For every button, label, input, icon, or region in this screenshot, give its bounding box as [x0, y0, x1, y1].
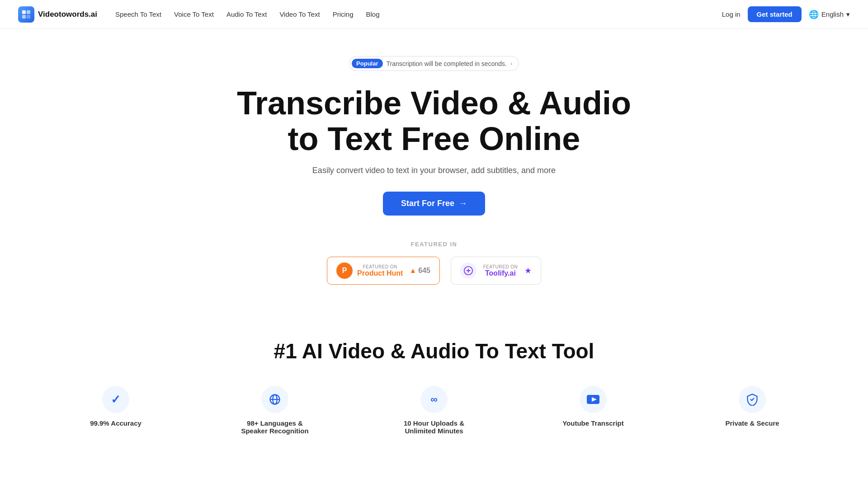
toolify-badge[interactable]: FEATURED ON Toolify.ai ★: [451, 257, 541, 285]
feature-youtube: Youtube Transcript: [514, 386, 673, 427]
popular-badge[interactable]: Popular Transcription will be completed …: [349, 56, 519, 71]
ph-arrow-up-icon: ▲: [409, 267, 416, 275]
feature-uploads: ∞ 10 Hour Uploads & Unlimited Minutes: [354, 386, 514, 435]
feature-label-languages: 98+ Languages & Speaker Recognition: [239, 419, 311, 435]
ph-featured-on-label: FEATURED ON: [357, 264, 403, 269]
product-hunt-badge[interactable]: P FEATURED ON Product Hunt ▲ 645: [327, 257, 440, 285]
navbar-right: Log in Get started 🌐 English ▾: [722, 6, 850, 22]
product-hunt-icon: P: [336, 263, 353, 279]
toolify-icon: [460, 263, 476, 279]
nav-blog[interactable]: Blog: [366, 10, 380, 18]
ph-count: ▲ 645: [409, 267, 430, 275]
featured-section: FEATURED IN P FEATURED ON Product Hunt ▲…: [327, 241, 541, 285]
brand-name: Videotowords.ai: [38, 10, 97, 19]
login-button[interactable]: Log in: [722, 10, 741, 18]
ph-name: Product Hunt: [357, 269, 403, 277]
feature-label-private: Private & Secure: [725, 419, 779, 427]
svg-rect-0: [22, 10, 26, 14]
feature-private: Private & Secure: [673, 386, 832, 427]
nav-pricing[interactable]: Pricing: [333, 10, 354, 18]
get-started-button[interactable]: Get started: [748, 6, 802, 22]
youtube-icon: [580, 386, 607, 413]
badge-arrow-icon: ›: [510, 61, 512, 67]
product-hunt-content: FEATURED ON Product Hunt: [357, 264, 403, 277]
feature-label-uploads: 10 Hour Uploads & Unlimited Minutes: [398, 419, 470, 435]
nav-links: Speech To Text Voice To Text Audio To Te…: [115, 10, 380, 18]
feature-label-youtube: Youtube Transcript: [562, 419, 624, 427]
svg-rect-1: [27, 10, 30, 14]
hero-title: Transcribe Video & Audio to Text Free On…: [231, 85, 637, 157]
navbar-left: Videotowords.ai Speech To Text Voice To …: [18, 6, 380, 23]
feature-languages: 98+ Languages & Speaker Recognition: [195, 386, 354, 435]
features-row: ✓ 99.9% Accuracy 98+ Languages & Speaker…: [36, 386, 832, 435]
navbar: Videotowords.ai Speech To Text Voice To …: [0, 0, 868, 29]
toolify-featured-on-label: FEATURED ON: [481, 264, 520, 269]
nav-speech-to-text[interactable]: Speech To Text: [115, 10, 161, 18]
chevron-down-icon: ▾: [846, 10, 850, 19]
language-selector[interactable]: 🌐 English ▾: [809, 9, 850, 19]
logo-icon: [18, 6, 34, 23]
section-title: #1 AI Video & Audio To Text Tool: [36, 339, 832, 363]
start-for-free-button[interactable]: Start For Free →: [383, 192, 485, 216]
start-btn-label: Start For Free: [401, 199, 454, 208]
flag-icon: 🌐: [809, 9, 819, 19]
popular-pill: Popular: [352, 59, 382, 68]
feature-label-accuracy: 99.9% Accuracy: [90, 419, 142, 427]
svg-rect-3: [27, 14, 30, 18]
toolify-name: Toolify.ai: [481, 269, 520, 277]
feature-accuracy: ✓ 99.9% Accuracy: [36, 386, 195, 427]
toolify-star-icon: ★: [524, 266, 532, 276]
arrow-right-icon: →: [459, 199, 467, 208]
featured-badges: P FEATURED ON Product Hunt ▲ 645: [327, 257, 541, 285]
infinity-icon: ∞: [420, 386, 448, 413]
nav-video-to-text[interactable]: Video To Text: [279, 10, 320, 18]
features-section: #1 AI Video & Audio To Text Tool ✓ 99.9%…: [0, 330, 868, 462]
svg-rect-2: [22, 14, 26, 18]
globe-icon: [261, 386, 288, 413]
language-label: English: [821, 10, 844, 18]
nav-audio-to-text[interactable]: Audio To Text: [226, 10, 267, 18]
ph-count-value: 645: [418, 267, 430, 275]
hero-section: Popular Transcription will be completed …: [0, 29, 868, 330]
toolify-content: FEATURED ON Toolify.ai: [481, 264, 520, 277]
badge-text: Transcription will be completed in secon…: [387, 60, 507, 67]
logo[interactable]: Videotowords.ai: [18, 6, 97, 23]
hero-subtitle: Easily convert video to text in your bro…: [312, 166, 556, 175]
lock-shield-icon: [739, 386, 766, 413]
featured-label: FEATURED IN: [411, 241, 458, 248]
nav-voice-to-text[interactable]: Voice To Text: [174, 10, 214, 18]
check-icon: ✓: [102, 386, 129, 413]
